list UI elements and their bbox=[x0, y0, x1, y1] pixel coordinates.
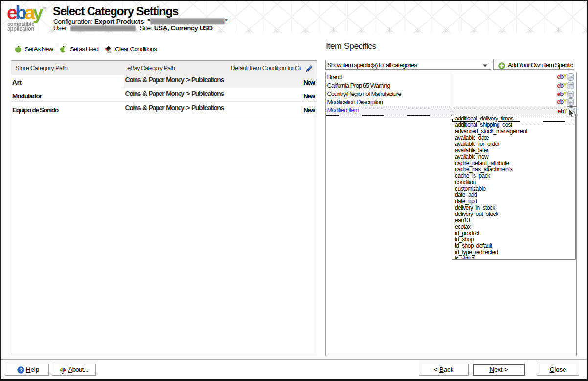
svg-text:?: ? bbox=[19, 367, 23, 373]
